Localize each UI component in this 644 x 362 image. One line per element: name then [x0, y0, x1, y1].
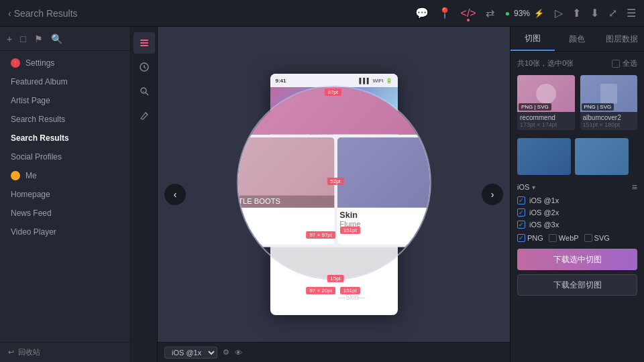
add-icon[interactable]: + [7, 34, 12, 44]
canvas-area: ‹ › 9:41 ▌▌▌ WiFi 🔋 [158, 27, 510, 362]
webp-checkbox[interactable] [549, 234, 557, 242]
svg-label: SVG [594, 234, 610, 242]
right-panel-body: 共10张，选中0张 全选 PNG | SVG [511, 52, 644, 362]
download-icon[interactable]: ⬇ [590, 7, 599, 19]
asset-thumb-4[interactable] [575, 138, 629, 175]
select-all-checkbox[interactable] [612, 60, 620, 68]
grid-item-1: LITTLE BOOTS Working Girl Little Boots [272, 162, 333, 217]
code-icon[interactable]: </> [461, 7, 476, 19]
location-icon[interactable]: 📍 [438, 7, 451, 19]
strip-layers-icon[interactable] [133, 32, 155, 54]
expand-icon[interactable]: ⤢ [608, 7, 617, 19]
nav-next-button[interactable]: › [482, 184, 503, 205]
sidebar-item-social-profiles[interactable]: Social Profiles [0, 147, 130, 166]
back-icon: ‹ [8, 8, 11, 19]
png-checkbox[interactable]: ✓ [517, 234, 525, 242]
flag-icon[interactable]: ⚑ [34, 34, 43, 44]
asset-item-recommend[interactable]: PNG | SVG recommend 173pt × 174pt [517, 75, 575, 130]
download-selected-button[interactable]: 下载选中切图 [517, 249, 637, 270]
tab-layer-data[interactable]: 图层数据 [600, 27, 644, 51]
right-panel-tabs: 切图 颜色 图层数据 [511, 27, 644, 52]
asset-grid-row2 [517, 138, 637, 175]
strip-history-icon[interactable] [133, 56, 155, 78]
svg-rect-0 [140, 40, 148, 41]
strip-magnifier-icon[interactable]: + [133, 80, 155, 102]
sidebar-item-news-feed[interactable]: News Feed [0, 204, 130, 223]
canvas-content: 9:41 ▌▌▌ WiFi 🔋 friends like [230, 47, 438, 342]
phone-status-bar: 9:41 ▌▌▌ WiFi 🔋 [270, 74, 398, 87]
asset-item-albumcover2[interactable]: PNG | SVG albumcover2 151pt × 180pt [580, 75, 638, 130]
status-plus: ⚡ [534, 9, 544, 18]
download-all-button[interactable]: 下载全部切图 [517, 274, 637, 296]
svg-text:+: + [142, 89, 145, 93]
format-svg[interactable]: SVG [584, 234, 610, 242]
search-icon[interactable]: 🔍 [51, 34, 62, 44]
stat-text: 共10张，选中0张 [517, 58, 574, 68]
status-percent: 93% [514, 9, 530, 18]
sidebar-item-featured-album[interactable]: Featured Album [0, 72, 130, 91]
ios-1x-row: ✓ iOS @1x [517, 196, 637, 204]
format-webp[interactable]: WebP [549, 234, 579, 242]
format-png[interactable]: ✓ PNG [517, 234, 543, 242]
icon-strip: + [131, 27, 158, 362]
tab-color[interactable]: 颜色 [555, 27, 599, 51]
dim-97x97: 97 × 97pt [306, 231, 335, 239]
topbar-right-icons: ▷ ⬆ ⬇ ⤢ ☰ [555, 7, 636, 19]
menu-icon[interactable]: ☰ [627, 7, 636, 19]
png-label: PNG [527, 234, 543, 242]
select-all-button[interactable]: 全选 [612, 58, 637, 68]
ios-menu-icon[interactable]: ≡ [632, 182, 637, 192]
asset-thumb-3[interactable] [517, 138, 571, 175]
share-icon[interactable]: ⬆ [572, 7, 581, 19]
preview-icon[interactable]: 👁 [235, 349, 242, 357]
back-button[interactable]: ‹ Search Results [8, 8, 78, 19]
format-row: ✓ PNG WebP SVG [517, 234, 637, 242]
svg-checkbox[interactable] [584, 234, 592, 242]
topbar: ‹ Search Results 💬 📍 </> ⇄ ● 93% ⚡ ▷ ⬆ ⬇… [0, 0, 644, 27]
recycle-icon: ↩ [8, 348, 14, 357]
sidebar: + □ ⚑ 🔍 ! Settings Featured Album Artist… [0, 27, 131, 362]
folder-icon[interactable]: □ [20, 34, 25, 44]
comment-icon[interactable]: 💬 [415, 7, 429, 19]
tab-cutout[interactable]: 切图 [511, 27, 555, 51]
shuffle-icon[interactable]: ⇄ [486, 7, 494, 19]
status-time: 9:41 [276, 78, 286, 84]
ios-options: ✓ iOS @1x ✓ iOS @2x ✓ iOS @3x [517, 196, 637, 229]
footer-text: 回收站 [18, 347, 40, 357]
gear-settings-icon[interactable]: ⚙ [223, 348, 229, 357]
canvas-bottom-bar: iOS @1x iOS @2x iOS @3x ⚙ 👁 [158, 342, 510, 362]
sidebar-item-artist-page[interactable]: Artist Page [0, 91, 130, 110]
strip-pen-icon[interactable] [133, 105, 155, 126]
ios-1x-checkbox[interactable]: ✓ [517, 196, 525, 204]
dim-151pt-1: 151pt [340, 227, 360, 234]
sidebar-item-search-results-2[interactable]: Search Results [0, 129, 130, 147]
sidebar-item-homepage[interactable]: Homepage [0, 185, 130, 204]
sidebar-toolbar: + □ ⚑ 🔍 [0, 27, 130, 51]
play-icon[interactable]: ▷ [555, 7, 563, 19]
ios-2x-label: iOS @2x [529, 208, 559, 217]
ios-2x-checkbox[interactable]: ✓ [517, 208, 525, 217]
topbar-icons: 💬 📍 </> ⇄ [415, 7, 494, 19]
skin-label: —Skin— [339, 294, 365, 301]
ios-1x-label: iOS @1x [529, 196, 559, 204]
asset-format-albumcover2: PNG | SVG [582, 103, 614, 111]
dim-87pt: 87pt [324, 88, 341, 96]
right-panel: 切图 颜色 图层数据 共10张，选中0张 全选 [510, 27, 644, 362]
settings-dot: ! [11, 58, 20, 68]
ios-2x-row: ✓ iOS @2x [517, 208, 637, 217]
ios-3x-checkbox[interactable]: ✓ [517, 221, 525, 229]
sidebar-item-search-results-1[interactable]: Search Results [0, 110, 130, 129]
sidebar-item-settings[interactable]: ! Settings [0, 54, 130, 72]
asset-size-recommend: 173pt × 174pt [520, 121, 572, 128]
scale-selector[interactable]: iOS @1x iOS @2x iOS @3x [164, 347, 217, 359]
svg-line-5 [146, 93, 148, 95]
sidebar-item-video-player[interactable]: Video Player [0, 223, 130, 241]
sidebar-item-me[interactable]: Me [0, 166, 130, 185]
nav-prev-icon: ‹ [174, 189, 177, 200]
ios-section-toggle[interactable]: iOS ▾ [517, 183, 535, 191]
nav-prev-button[interactable]: ‹ [164, 184, 186, 205]
ios-label: iOS [517, 183, 529, 191]
dim-52pt: 52pt [327, 178, 344, 185]
ios-section-header: iOS ▾ ≡ [517, 182, 637, 192]
asset-grid: PNG | SVG recommend 173pt × 174pt [517, 75, 637, 130]
